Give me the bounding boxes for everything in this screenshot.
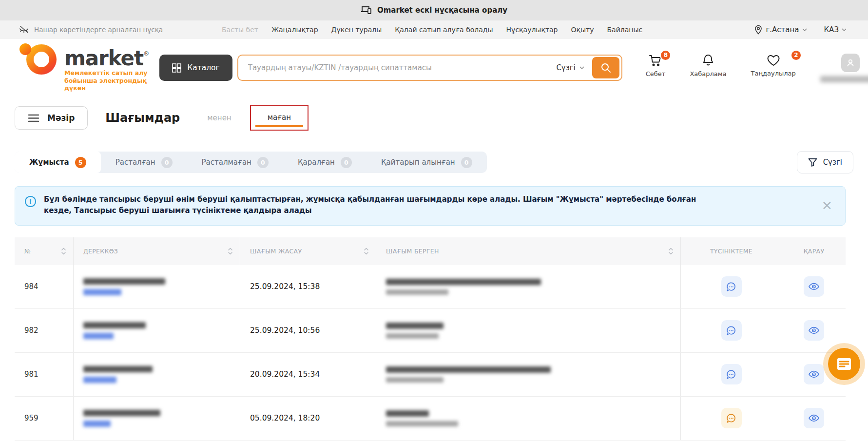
nav-item[interactable]: Қалай сатып алуға болады <box>395 26 493 34</box>
tab-to-me[interactable]: маған <box>268 113 291 122</box>
logo-text: market® Мемлекеттік сатып алубойынша эле… <box>64 44 149 92</box>
view-cell <box>782 397 846 440</box>
comment-button[interactable] <box>721 364 742 384</box>
search-button[interactable] <box>592 57 619 78</box>
row-number-cell: 981 <box>15 353 74 396</box>
column-header: ТҮСІНІКТЕМЕ <box>681 237 782 265</box>
city-label: г.Астана <box>766 25 799 34</box>
status-tab[interactable]: Қаралған0 <box>283 152 366 173</box>
nav-item[interactable]: Оқыту <box>571 26 594 34</box>
locale-cluster: г.Астана КАЗ <box>754 25 847 35</box>
support-chat-fab[interactable] <box>823 343 865 385</box>
nav-item[interactable]: Дүкен туралы <box>331 26 382 34</box>
notifications-button[interactable]: Хабарлама <box>690 54 726 77</box>
nav-item[interactable]: Басты бет <box>222 26 258 34</box>
user-account[interactable] <box>820 54 868 82</box>
column-header[interactable]: ДЕРЕККӨЗ <box>74 237 240 265</box>
status-tab[interactable]: Расталмаған0 <box>187 152 283 173</box>
sort-icon[interactable] <box>668 247 674 256</box>
source-cell <box>74 353 240 396</box>
old-version-bar[interactable]: Omarket ескі нұсқасына оралу <box>0 0 868 20</box>
redacted-text <box>386 279 541 285</box>
view-cell <box>782 265 846 308</box>
accessibility-version-link[interactable]: Нашар көретіндерге арналған нұсқа <box>19 25 163 35</box>
comment-cell <box>681 309 782 352</box>
redacted-link[interactable] <box>83 289 121 295</box>
row-number-cell: 982 <box>15 309 74 352</box>
column-header[interactable]: № <box>15 237 74 265</box>
source-redacted <box>83 322 146 339</box>
chat-bubble-icon <box>726 325 737 336</box>
complainant-cell <box>376 309 681 352</box>
column-header[interactable]: ШАҒЫМ БЕРГЕН <box>376 237 681 265</box>
redacted-link[interactable] <box>83 421 111 427</box>
search-input[interactable] <box>248 63 557 72</box>
omarket-complaints-page: Omarket ескі нұсқасына оралу Нашар көрет… <box>0 0 868 441</box>
chat-bubble-icon <box>726 413 737 424</box>
city-selector[interactable]: г.Астана <box>754 25 807 35</box>
market-logo[interactable]: market® Мемлекеттік сатып алубойынша эле… <box>19 43 149 92</box>
column-header-label: № <box>24 248 31 255</box>
filter-button-label: Сүзгі <box>823 158 842 167</box>
catalog-button[interactable]: Каталог <box>159 55 232 81</box>
view-button[interactable] <box>804 276 824 297</box>
redacted-text <box>83 322 146 328</box>
status-tab-label: Қайтарып алынған <box>381 158 455 167</box>
old-version-label: Omarket ескі нұсқасына оралу <box>377 6 507 15</box>
comment-button[interactable] <box>721 320 742 341</box>
chat-bubble-icon <box>726 281 737 292</box>
location-pin-icon <box>754 25 762 35</box>
document-lines-icon <box>828 348 860 380</box>
tab-from-me[interactable]: менен <box>200 114 238 122</box>
nav-item[interactable]: Жаңалықтар <box>271 26 318 34</box>
sort-icon[interactable] <box>364 247 369 256</box>
view-button[interactable] <box>804 364 824 384</box>
complaint-date-cell: 25.09.2024, 10:56 <box>240 309 376 352</box>
nav-item[interactable]: Байланыс <box>607 26 643 34</box>
complaint-row: 98225.09.2024, 10:56 <box>15 309 846 353</box>
column-header[interactable]: ШАҒЫМ ЖАСАУ <box>240 237 376 265</box>
comment-cell <box>681 353 782 396</box>
redacted-link[interactable] <box>83 333 114 339</box>
comment-button[interactable] <box>721 408 742 428</box>
status-tab[interactable]: Расталған0 <box>101 152 187 173</box>
redacted-subtext <box>386 289 448 295</box>
status-tab-count: 5 <box>75 157 86 168</box>
status-tab[interactable]: Жұмыста5 <box>15 152 101 173</box>
sort-icon[interactable] <box>61 247 66 256</box>
notifications-label: Хабарлама <box>690 70 726 77</box>
comment-button[interactable] <box>721 276 742 297</box>
complaint-row: 98425.09.2024, 15:38 <box>15 265 846 309</box>
complaint-date: 20.09.2024, 15:34 <box>250 370 320 379</box>
sort-icon[interactable] <box>228 247 233 256</box>
status-tab[interactable]: Қайтарып алынған0 <box>366 152 487 173</box>
complaint-row: 95905.09.2024, 18:20 <box>15 397 846 441</box>
close-icon[interactable]: × <box>818 200 835 210</box>
logo-tagline-2: бойынша электрондық дүкен <box>64 77 147 92</box>
complaint-date-cell: 25.09.2024, 15:38 <box>240 265 376 308</box>
nav-item[interactable]: Нұсқаулықтар <box>506 26 558 34</box>
search-icon <box>600 62 611 73</box>
eye-icon <box>808 413 820 423</box>
view-button[interactable] <box>804 320 824 341</box>
search-filter-dropdown[interactable]: Сүзгі <box>556 63 584 72</box>
view-button[interactable] <box>804 408 824 428</box>
column-header-label: ДЕРЕККӨЗ <box>83 248 118 255</box>
complainant-redacted <box>386 279 541 295</box>
favorites-button[interactable]: 2 Таңдаулылар <box>751 54 796 77</box>
row-number: 982 <box>24 326 39 335</box>
status-tab-label: Қаралған <box>298 158 335 167</box>
cart-button[interactable]: 8 Себет <box>646 54 666 77</box>
eye-icon <box>808 282 820 291</box>
filter-button[interactable]: Сүзгі <box>797 151 853 173</box>
language-selector[interactable]: КАЗ <box>824 25 847 34</box>
menu-button[interactable]: Мәзір <box>15 106 88 130</box>
eye-off-icon <box>19 25 29 35</box>
redacted-link[interactable] <box>83 377 116 383</box>
source-cell <box>74 265 240 308</box>
column-header-label: ШАҒЫМ ЖАСАУ <box>250 248 302 255</box>
secondary-nav-bar: Нашар көретіндерге арналған нұсқа Басты … <box>0 20 868 39</box>
favorites-label: Таңдаулылар <box>751 70 796 77</box>
redacted-text <box>386 410 429 417</box>
table-body: 98425.09.2024, 15:3898225.09.2024, 10:56… <box>15 265 846 441</box>
